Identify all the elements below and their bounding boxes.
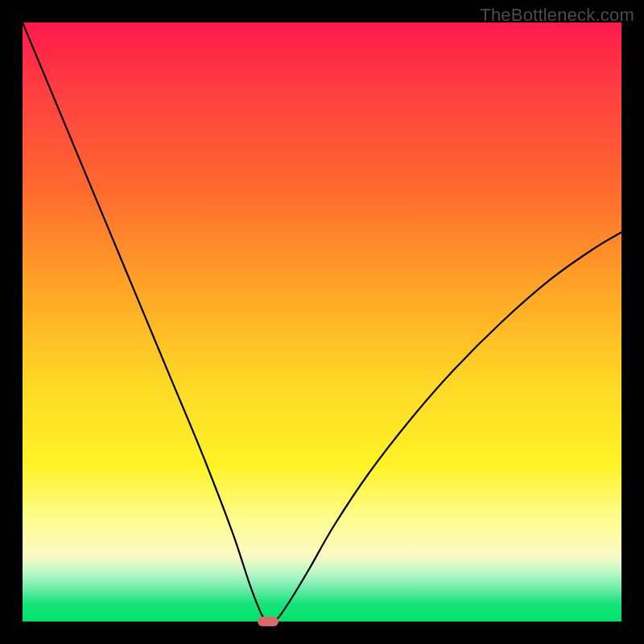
plot-area (23, 23, 621, 621)
bottleneck-curve (23, 23, 621, 621)
watermark-text: TheBottleneck.com (480, 5, 634, 26)
curve-path (23, 23, 621, 621)
optimum-marker (258, 617, 279, 626)
chart-frame: TheBottleneck.com (0, 0, 644, 644)
